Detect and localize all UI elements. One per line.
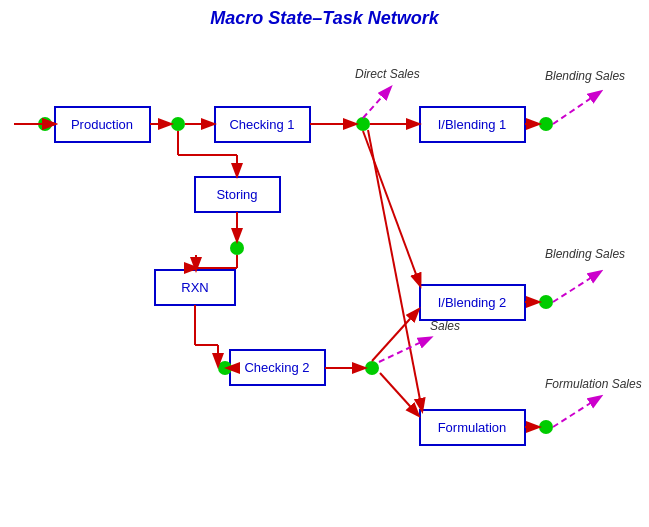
state-dot-3 (356, 117, 370, 131)
formulation-sales-label: Formulation Sales (545, 377, 642, 391)
state-dot-4 (230, 241, 244, 255)
checking2-label: Checking 2 (244, 360, 309, 375)
blending-sales1-arrow (553, 92, 600, 124)
blending-sales2-label: Blending Sales (545, 247, 625, 261)
checking1-label: Checking 1 (229, 117, 294, 132)
formulation-label: Formulation (438, 420, 507, 435)
direct-sales-arrow (363, 88, 390, 118)
sales-label: Sales (430, 319, 460, 333)
network-diagram: Production Checking 1 Storing RXN Checki… (0, 0, 649, 527)
production-label: Production (71, 117, 133, 132)
state-dot-8 (539, 295, 553, 309)
state-dot-7 (539, 117, 553, 131)
iblending2-label: I/Blending 2 (438, 295, 507, 310)
direct-sales-label: Direct Sales (355, 67, 420, 81)
state-dot-9 (539, 420, 553, 434)
form-sales-arrow (553, 397, 600, 427)
state-dot-2 (171, 117, 185, 131)
diagram-container: Macro State–Task Network Production Chec… (0, 0, 649, 527)
blending-sales1-label: Blending Sales (545, 69, 625, 83)
sales-arrow (379, 338, 430, 362)
dot6-form-arrow (380, 373, 418, 415)
dot3-iblend2-arrow (363, 131, 420, 285)
iblending1-label: I/Blending 1 (438, 117, 507, 132)
blending-sales2-arrow (553, 272, 600, 302)
state-dot-6 (365, 361, 379, 375)
storing-label: Storing (216, 187, 257, 202)
rxn-label: RXN (181, 280, 208, 295)
